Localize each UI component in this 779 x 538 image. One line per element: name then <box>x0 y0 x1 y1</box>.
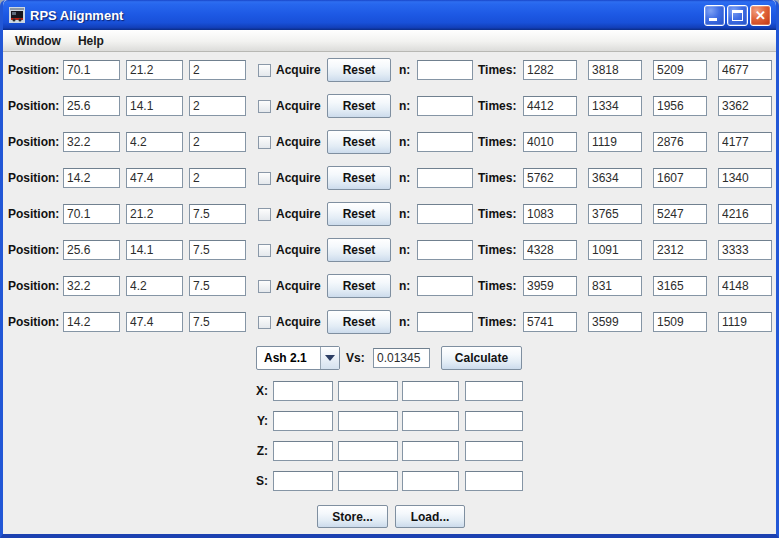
times-field[interactable] <box>523 276 577 296</box>
chevron-down-icon[interactable] <box>320 347 339 369</box>
times-field[interactable] <box>718 204 772 224</box>
position-field[interactable] <box>189 60 246 80</box>
x-field[interactable] <box>465 381 523 401</box>
position-field[interactable] <box>189 276 246 296</box>
maximize-button[interactable] <box>727 5 748 26</box>
close-button[interactable]: ✕ <box>750 5 771 26</box>
acquire-checkbox[interactable] <box>258 172 271 185</box>
position-field[interactable] <box>189 240 246 260</box>
times-field[interactable] <box>523 60 577 80</box>
calculate-button[interactable]: Calculate <box>441 346 522 370</box>
store-button[interactable]: Store... <box>317 505 388 528</box>
acquire-checkbox[interactable] <box>258 100 271 113</box>
z-field[interactable] <box>338 441 398 461</box>
reset-button[interactable]: Reset <box>327 166 391 190</box>
times-field[interactable] <box>588 132 642 152</box>
menu-window[interactable]: Window <box>11 32 65 50</box>
position-field[interactable] <box>189 312 246 332</box>
position-field[interactable] <box>126 240 183 260</box>
times-field[interactable] <box>718 168 772 188</box>
y-field[interactable] <box>402 411 459 431</box>
n-field[interactable] <box>417 60 473 80</box>
times-field[interactable] <box>588 276 642 296</box>
n-field[interactable] <box>417 240 473 260</box>
n-field[interactable] <box>417 276 473 296</box>
menu-help[interactable]: Help <box>74 32 108 50</box>
position-field[interactable] <box>126 312 183 332</box>
times-field[interactable] <box>588 240 642 260</box>
position-field[interactable] <box>189 204 246 224</box>
x-field[interactable] <box>273 381 333 401</box>
acquire-checkbox[interactable] <box>258 280 271 293</box>
n-field[interactable] <box>417 204 473 224</box>
y-field[interactable] <box>465 411 523 431</box>
times-field[interactable] <box>588 168 642 188</box>
reset-button[interactable]: Reset <box>327 58 391 82</box>
n-field[interactable] <box>417 312 473 332</box>
position-field[interactable] <box>189 168 246 188</box>
position-field[interactable] <box>126 132 183 152</box>
times-field[interactable] <box>588 60 642 80</box>
position-field[interactable] <box>63 204 120 224</box>
position-field[interactable] <box>126 276 183 296</box>
position-field[interactable] <box>126 96 183 116</box>
times-field[interactable] <box>523 204 577 224</box>
s-field[interactable] <box>402 471 459 491</box>
z-field[interactable] <box>402 441 459 461</box>
times-field[interactable] <box>718 132 772 152</box>
times-field[interactable] <box>718 96 772 116</box>
times-field[interactable] <box>718 312 772 332</box>
times-field[interactable] <box>718 276 772 296</box>
position-field[interactable] <box>126 168 183 188</box>
y-field[interactable] <box>338 411 398 431</box>
reset-button[interactable]: Reset <box>327 274 391 298</box>
z-field[interactable] <box>465 441 523 461</box>
acquire-checkbox[interactable] <box>258 316 271 329</box>
times-field[interactable] <box>653 96 707 116</box>
reset-button[interactable]: Reset <box>327 310 391 334</box>
minimize-button[interactable] <box>704 5 725 26</box>
position-field[interactable] <box>63 276 120 296</box>
x-field[interactable] <box>338 381 398 401</box>
times-field[interactable] <box>653 312 707 332</box>
position-field[interactable] <box>189 96 246 116</box>
reset-button[interactable]: Reset <box>327 94 391 118</box>
s-field[interactable] <box>338 471 398 491</box>
position-field[interactable] <box>126 204 183 224</box>
reset-button[interactable]: Reset <box>327 202 391 226</box>
times-field[interactable] <box>653 204 707 224</box>
times-field[interactable] <box>523 132 577 152</box>
times-field[interactable] <box>653 60 707 80</box>
position-field[interactable] <box>63 132 120 152</box>
times-field[interactable] <box>653 276 707 296</box>
load-button[interactable]: Load... <box>395 505 465 528</box>
position-field[interactable] <box>63 168 120 188</box>
titlebar[interactable]: RPS Alignment ✕ <box>3 0 776 30</box>
model-dropdown[interactable]: Ash 2.1 <box>256 346 340 370</box>
s-field[interactable] <box>465 471 523 491</box>
acquire-checkbox[interactable] <box>258 208 271 221</box>
times-field[interactable] <box>523 312 577 332</box>
n-field[interactable] <box>417 168 473 188</box>
times-field[interactable] <box>523 240 577 260</box>
times-field[interactable] <box>588 312 642 332</box>
s-field[interactable] <box>273 471 333 491</box>
z-field[interactable] <box>273 441 333 461</box>
position-field[interactable] <box>126 60 183 80</box>
times-field[interactable] <box>588 204 642 224</box>
times-field[interactable] <box>523 96 577 116</box>
reset-button[interactable]: Reset <box>327 238 391 262</box>
position-field[interactable] <box>63 60 120 80</box>
times-field[interactable] <box>653 240 707 260</box>
times-field[interactable] <box>588 96 642 116</box>
position-field[interactable] <box>189 132 246 152</box>
times-field[interactable] <box>653 168 707 188</box>
position-field[interactable] <box>63 96 120 116</box>
position-field[interactable] <box>63 312 120 332</box>
times-field[interactable] <box>718 240 772 260</box>
y-field[interactable] <box>273 411 333 431</box>
acquire-checkbox[interactable] <box>258 136 271 149</box>
x-field[interactable] <box>402 381 459 401</box>
reset-button[interactable]: Reset <box>327 130 391 154</box>
n-field[interactable] <box>417 132 473 152</box>
